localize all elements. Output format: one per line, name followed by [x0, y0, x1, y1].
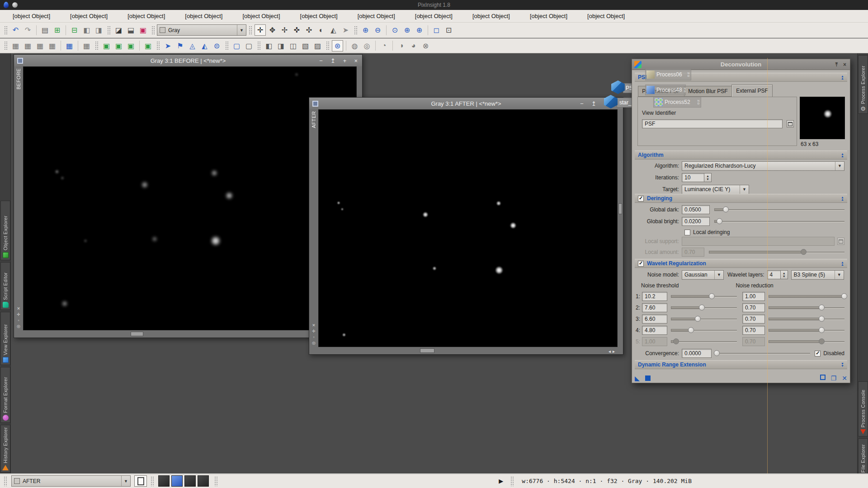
image-canvas-before[interactable]	[23, 66, 357, 330]
shade-button[interactable]: ↥	[330, 57, 335, 64]
toolbar-icon[interactable]	[225, 41, 229, 51]
compass-tool-icon[interactable]: ⊜	[211, 40, 222, 52]
edit-instance-icon[interactable]	[820, 375, 826, 380]
psf-tab[interactable]: Motion Blur PSF	[684, 86, 732, 97]
scroll-arrows[interactable]: ◂▸	[609, 349, 617, 354]
refresh-view-icon[interactable]: ◕	[408, 40, 419, 52]
reset-icon[interactable]: ✕	[842, 375, 847, 382]
workspace-swatch[interactable]	[158, 475, 170, 487]
zoom-out-icon[interactable]: ⊖	[372, 24, 383, 36]
crosshair-icon[interactable]: ✛	[17, 312, 20, 317]
play-icon[interactable]: ▶	[499, 478, 503, 484]
scrollbar-thumb[interactable]	[618, 203, 622, 214]
wavelet-section-bar[interactable]: Wavelet Regularization	[635, 259, 847, 268]
dock-tab[interactable]: History Explorer	[0, 425, 10, 473]
scrollbar-thumb[interactable]	[420, 348, 434, 353]
algorithm-select[interactable]: Regularized Richardson-Lucy ▼	[682, 161, 844, 171]
iterations-input[interactable]: 10	[682, 173, 704, 182]
toolbar-icon[interactable]	[36, 25, 37, 35]
workspace-3-icon[interactable]: ▦	[34, 40, 46, 52]
noise-reduction-slider[interactable]	[769, 315, 844, 323]
drag-handle[interactable]	[151, 476, 155, 486]
image-window-after[interactable]: Gray 3:1 AFTER | <*new*> − ↥ + × AFTER ✕…	[309, 97, 623, 355]
deringing-checkbox[interactable]	[638, 196, 644, 202]
noise-threshold-slider[interactable]	[671, 293, 737, 300]
flag-tool-icon[interactable]: ⚑	[175, 40, 186, 52]
global-dark-input[interactable]: 0.0500	[682, 205, 710, 214]
zoom-to-optimal-icon[interactable]: ✢	[279, 24, 290, 36]
scrollbar-thumb[interactable]	[131, 332, 143, 336]
collapse-icon[interactable]	[841, 261, 844, 266]
drag-handle[interactable]	[214, 476, 218, 486]
noise-threshold-slider[interactable]	[671, 304, 737, 311]
workspace-1-icon[interactable]: ▦	[10, 40, 21, 52]
clone-image-icon[interactable]: ◨	[93, 24, 104, 36]
toolbar-icon[interactable]	[375, 41, 376, 51]
vertical-scrollbar[interactable]	[618, 109, 623, 347]
new-instance-icon[interactable]: ▤	[39, 24, 51, 36]
mask-remove-icon[interactable]: ▨	[312, 40, 323, 52]
menu-item[interactable]: [object Object]	[118, 10, 175, 22]
collapse-icon[interactable]	[841, 153, 844, 157]
wavelet-checkbox[interactable]	[638, 261, 644, 267]
noise-reduction-slider[interactable]	[769, 304, 844, 311]
noise-threshold-slider[interactable]	[671, 315, 737, 323]
toolbar-icon[interactable]	[4, 41, 8, 51]
apply-global-icon[interactable]	[645, 375, 651, 381]
new-preview-icon[interactable]: ◻	[431, 24, 442, 36]
pan-mode-icon[interactable]: ✜	[291, 24, 302, 36]
deringing-section-bar[interactable]: Deringing	[635, 194, 847, 203]
readout-icon[interactable]: ◎	[17, 324, 20, 328]
cascade-windows-icon[interactable]: ▦	[81, 40, 92, 52]
toolbar-icon[interactable]	[392, 41, 393, 51]
dock-tab[interactable]: Process Console	[858, 381, 868, 436]
screen-transfer-icon[interactable]: ⬓	[125, 24, 137, 36]
workspace-swatch[interactable]	[171, 475, 183, 487]
menu-item[interactable]: [object Object]	[175, 10, 232, 22]
target-select[interactable]: Luminance (CIE Y) ▼	[682, 185, 749, 194]
algorithm-section-bar[interactable]: Algorithm	[635, 150, 847, 160]
workspace-swatch[interactable]	[198, 475, 209, 487]
toolbar-icon[interactable]	[428, 25, 428, 35]
menu-item[interactable]: [object Object]	[232, 10, 290, 22]
toolbar-icon[interactable]	[78, 41, 78, 51]
view-mode-select[interactable]: Gray ▼	[157, 24, 246, 36]
noise-threshold-input[interactable]: 4.80	[642, 326, 667, 335]
fit-selection-icon[interactable]: ⊕	[414, 24, 425, 36]
toolbar-icon[interactable]	[248, 25, 252, 35]
sync-icon[interactable]: ✕	[312, 323, 316, 328]
noise-threshold-slider[interactable]	[671, 338, 737, 345]
toolbar-icon[interactable]	[354, 25, 358, 35]
menu-item[interactable]: [object Object]	[3, 10, 60, 22]
toolbar-icon[interactable]	[94, 41, 99, 51]
sync-icon[interactable]: ✕	[17, 306, 20, 311]
pin-icon[interactable]: ⤒	[835, 61, 838, 68]
zoom-1-1-icon[interactable]: ⊙	[389, 24, 401, 36]
script-editor-icon[interactable]: ▣	[142, 40, 154, 52]
noise-reduction-input[interactable]: 1.00	[742, 292, 765, 301]
invert-readout-icon[interactable]: ◐	[316, 24, 327, 36]
toolbar-icon[interactable]	[151, 25, 155, 35]
drag-handle[interactable]	[510, 476, 514, 486]
toolbar-icon[interactable]	[386, 25, 387, 35]
scaling-function-select[interactable]: B3 Spline (5) ▼	[791, 270, 844, 280]
toolbar-icon[interactable]	[156, 41, 160, 51]
menu-item[interactable]: [object Object]	[290, 10, 348, 22]
monitor-primary-icon[interactable]: ▢	[231, 40, 242, 52]
toolbar-icon[interactable]	[139, 41, 140, 51]
center-image-icon[interactable]: ✣	[303, 24, 315, 36]
mask-show-icon[interactable]: ◧	[263, 40, 274, 52]
noise-threshold-input[interactable]: 6.60	[642, 314, 667, 324]
dre-section-bar[interactable]: Dynamic Range Extension	[635, 360, 847, 369]
noise-reduction-input[interactable]: 0.70	[742, 337, 765, 346]
iterations-spinner[interactable]: ▲▼	[704, 173, 712, 182]
close-icon[interactable]: ×	[843, 61, 846, 68]
workspace-4-icon[interactable]: ▦	[47, 40, 58, 52]
menu-item[interactable]: [object Object]	[577, 10, 635, 22]
readout-icon[interactable]: ◎	[312, 341, 316, 345]
view-lock-icon[interactable]: ◍	[349, 40, 360, 52]
toolbar-icon[interactable]	[4, 25, 8, 35]
wavelet-layers-spinner[interactable]: ▲▼	[781, 270, 788, 279]
drag-handle[interactable]	[4, 476, 8, 486]
apply-icon[interactable]: ◣	[635, 375, 640, 382]
